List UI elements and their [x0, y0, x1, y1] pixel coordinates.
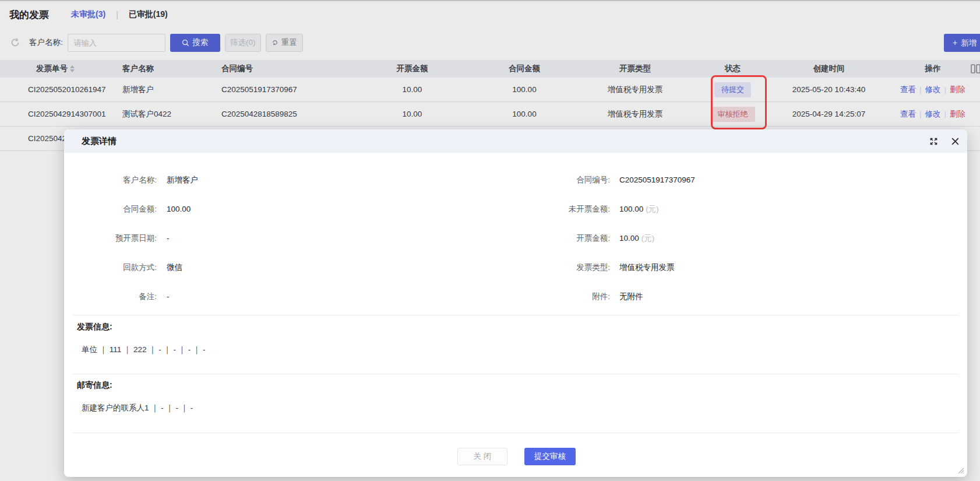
fullscreen-icon[interactable]: [929, 136, 939, 146]
mail-info-line: 新建客户的联系人1 ｜ - ｜ - ｜ -: [82, 402, 193, 414]
field-value: 增值税专用发票: [619, 262, 675, 273]
field-value: 10.00(元): [619, 233, 654, 244]
divider: [72, 433, 959, 433]
field-label: 未开票金额:: [540, 203, 610, 215]
field-value: -: [167, 233, 170, 244]
field-row: 客户名称: 新增客户 合同编号: C2025051917370967: [98, 174, 956, 186]
field-row: 回款方式: 微信 发票类型: 增值税专用发票: [98, 262, 956, 273]
field-row: 备注: - 附件: 无附件: [98, 291, 956, 303]
field-label: 发票类型:: [540, 262, 610, 273]
field-label: 回款方式:: [98, 262, 157, 273]
divider: [72, 315, 959, 315]
mail-info-heading: 邮寄信息:: [77, 379, 112, 391]
field-label: 开票金额:: [540, 233, 610, 244]
field-label: 预开票日期:: [98, 233, 157, 244]
close-icon[interactable]: [950, 136, 960, 146]
invoice-info-line: 单位 ｜ 111 ｜ 222 ｜ - ｜ - ｜ - ｜ -: [82, 344, 205, 356]
modal-title: 发票详情: [82, 136, 117, 147]
invoice-info-heading: 发票信息:: [77, 321, 112, 332]
field-label: 备注:: [98, 291, 157, 303]
field-value: 100.00: [167, 203, 191, 215]
divider: [72, 374, 959, 374]
invoice-detail-modal: 发票详情 客户名称: 新增客户 合同编号: C2025051917370967 …: [64, 129, 967, 477]
field-value: -: [167, 291, 170, 303]
field-value: 100.00(元): [619, 203, 659, 215]
field-row: 合同金额: 100.00 未开票金额: 100.00(元): [98, 203, 956, 215]
field-label: 合同金额:: [98, 203, 157, 215]
submit-review-button[interactable]: 提交审核: [524, 448, 576, 465]
field-value: 新增客户: [167, 174, 198, 186]
modal-header: 发票详情: [64, 129, 967, 153]
field-row: 预开票日期: - 开票金额: 10.00(元): [98, 233, 956, 244]
field-value: C2025051917370967: [619, 174, 695, 186]
close-button[interactable]: 关 闭: [457, 448, 507, 465]
unit-label: (元): [641, 234, 655, 243]
resize-handle[interactable]: [956, 466, 964, 474]
field-label: 合同编号:: [540, 174, 610, 186]
field-value: 无附件: [619, 291, 643, 303]
field-value: 微信: [167, 262, 182, 273]
invoice-app: 我的发票 未审批(3) | 已审批(19) 客户名称: 搜索 筛选(0) 重置 …: [0, 0, 980, 481]
field-label: 附件:: [540, 291, 610, 303]
unit-label: (元): [646, 205, 659, 213]
field-label: 客户名称:: [98, 174, 157, 186]
